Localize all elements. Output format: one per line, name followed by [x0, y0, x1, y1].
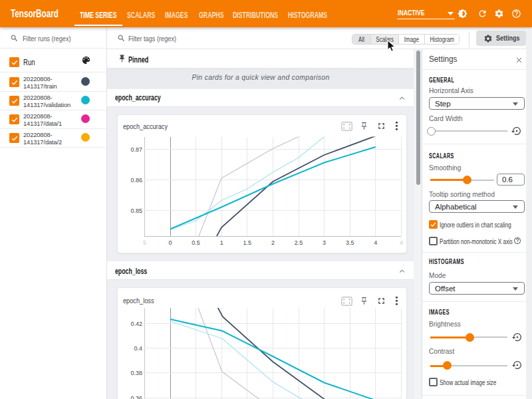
svg-text:0: 0 [168, 239, 172, 246]
svg-text:0.85: 0.85 [130, 207, 142, 214]
svg-text:0.5: 0.5 [192, 239, 200, 246]
svg-text:0.38: 0.38 [130, 370, 142, 376]
svg-text:2.5: 2.5 [295, 239, 303, 246]
svg-text:3.5: 3.5 [346, 239, 354, 246]
svg-text:0.42: 0.42 [130, 321, 142, 327]
svg-text:0.4: 0.4 [134, 345, 142, 352]
svg-text:2: 2 [271, 239, 275, 246]
svg-text:0.36: 0.36 [130, 395, 142, 399]
svg-text:0.86: 0.86 [130, 177, 142, 184]
svg-text:1.5: 1.5 [243, 239, 252, 246]
svg-text:4: 4 [374, 239, 377, 246]
svg-text:0.87: 0.87 [130, 146, 142, 153]
svg-text:3: 3 [323, 239, 326, 246]
svg-text:4: 4 [400, 239, 403, 246]
svg-text:5: 5 [143, 239, 146, 246]
svg-text:1: 1 [220, 239, 223, 246]
